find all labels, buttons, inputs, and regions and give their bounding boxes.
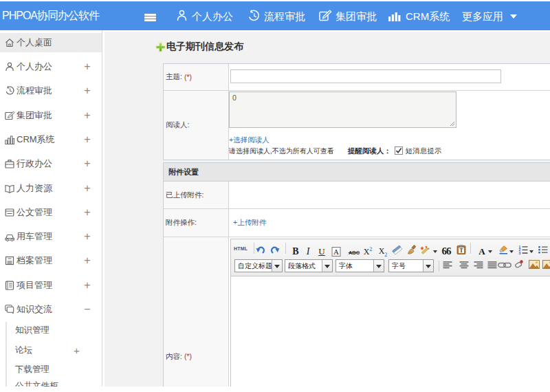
svg-text:3: 3 (518, 251, 520, 254)
svg-text:T: T (459, 247, 463, 253)
